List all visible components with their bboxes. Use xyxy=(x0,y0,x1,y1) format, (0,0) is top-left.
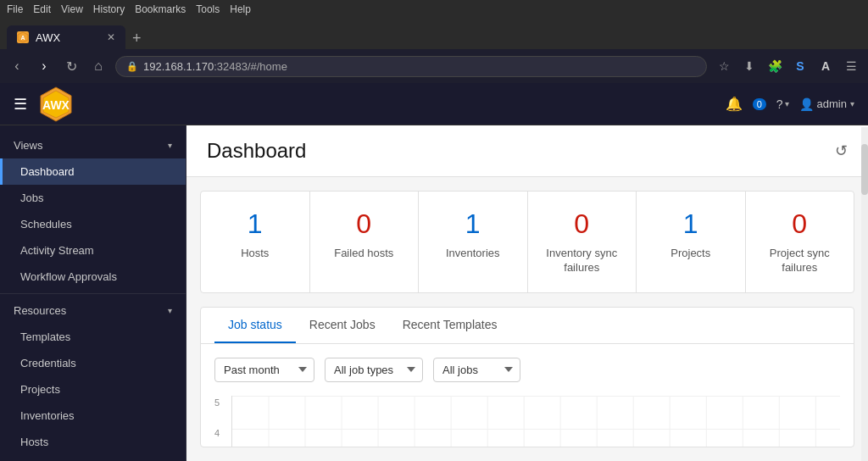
sidebar-toggle-button[interactable]: ☰ xyxy=(14,95,27,114)
history-icon[interactable]: ↺ xyxy=(835,142,848,160)
address-text: 192.168.1.170:32483/#/home xyxy=(143,60,287,73)
menu-tools[interactable]: Tools xyxy=(196,3,220,15)
svg-text:A: A xyxy=(20,35,25,41)
stat-value-projects: 1 xyxy=(683,208,698,240)
sidebar: Views ▾ Dashboard Jobs Schedules Activit… xyxy=(0,125,186,461)
tabs-bar: Job status Recent Jobs Recent Templates xyxy=(201,308,854,344)
stat-value-failed-hosts: 0 xyxy=(356,208,371,240)
tab-close-button[interactable]: ✕ xyxy=(107,31,115,43)
main-layout: Views ▾ Dashboard Jobs Schedules Activit… xyxy=(0,125,868,461)
user-menu-button[interactable]: 👤 admin ▾ xyxy=(799,97,854,111)
back-button[interactable]: ‹ xyxy=(7,58,27,74)
page-title: Dashboard xyxy=(207,139,306,163)
browser-window: File Edit View History Bookmarks Tools H… xyxy=(0,0,868,461)
sidebar-item-hosts[interactable]: Hosts xyxy=(0,429,186,455)
filters-row: Past monthPast weekPast 2 weeks All job … xyxy=(201,344,854,396)
security-icon: 🔒 xyxy=(126,61,138,72)
menu-bookmarks[interactable]: Bookmarks xyxy=(135,3,186,15)
sidebar-item-schedules[interactable]: Schedules xyxy=(0,211,186,237)
menu-history[interactable]: History xyxy=(93,3,125,15)
content-area: Dashboard ↺ 1 Hosts 0 Failed hosts 1 xyxy=(186,125,868,461)
stat-value-inventories: 1 xyxy=(465,208,481,240)
stat-card-inventories[interactable]: 1 Inventories xyxy=(419,192,528,292)
stat-label-projects: Projects xyxy=(670,247,710,261)
chart-y-label-4: 4 xyxy=(214,428,220,438)
bookmark-icon[interactable]: ☆ xyxy=(714,59,734,73)
job-status-filter[interactable]: All jobsSuccessfulFailed xyxy=(433,358,520,382)
extensions-icon[interactable]: 🧩 xyxy=(765,59,785,73)
toolbar-icons: ☆ ⬇ 🧩 S A ☰ xyxy=(714,59,861,73)
sidebar-section-resources: Resources ▾ Templates Credentials Projec… xyxy=(0,297,186,455)
stat-value-hosts: 1 xyxy=(248,208,263,240)
tab-favicon: A xyxy=(17,31,29,43)
stat-label-failed-hosts: Failed hosts xyxy=(334,247,393,261)
sync-icon[interactable]: A xyxy=(815,59,836,73)
notification-badge[interactable]: 0 xyxy=(753,98,766,110)
tab-recent-templates[interactable]: Recent Templates xyxy=(389,308,511,343)
tab-title: AWX xyxy=(36,31,60,44)
chart-y-label-5: 5 xyxy=(214,397,220,408)
sidebar-views-header[interactable]: Views ▾ xyxy=(0,132,186,158)
tab-job-status[interactable]: Job status xyxy=(214,308,296,343)
scroll-thumb[interactable] xyxy=(861,144,868,195)
sidebar-item-templates[interactable]: Templates xyxy=(0,324,186,350)
new-tab-button[interactable]: + xyxy=(127,28,147,49)
help-button[interactable]: ? ▾ xyxy=(776,97,789,111)
user-icon: 👤 xyxy=(799,97,814,111)
sidebar-divider xyxy=(0,293,186,294)
help-arrow: ▾ xyxy=(785,99,789,108)
user-arrow: ▾ xyxy=(850,99,854,108)
stat-card-project-sync-failures[interactable]: 0 Project sync failures xyxy=(746,192,854,292)
tab-recent-jobs[interactable]: Recent Jobs xyxy=(296,308,389,343)
stat-card-projects[interactable]: 1 Projects xyxy=(637,192,746,292)
sidebar-item-projects[interactable]: Projects xyxy=(0,376,186,403)
job-status-section: Job status Recent Jobs Recent Templates … xyxy=(200,307,854,447)
browser-toolbar: ‹ › ↻ ⌂ 🔒 192.168.1.170:32483/#/home ☆ ⬇… xyxy=(0,49,868,83)
stat-label-inventory-sync-failures: Inventory sync failures xyxy=(542,247,623,275)
address-bar[interactable]: 🔒 192.168.1.170:32483/#/home xyxy=(115,56,707,77)
stat-card-inventory-sync-failures[interactable]: 0 Inventory sync failures xyxy=(528,192,637,292)
help-icon: ? xyxy=(776,97,783,111)
stat-card-failed-hosts[interactable]: 0 Failed hosts xyxy=(310,192,420,292)
menu-view[interactable]: View xyxy=(61,3,83,15)
svg-text:AWX: AWX xyxy=(42,98,70,112)
resources-chevron-icon: ▾ xyxy=(168,306,172,315)
stat-label-hosts: Hosts xyxy=(241,247,269,261)
username-label: admin xyxy=(817,97,847,110)
stats-row: 1 Hosts 0 Failed hosts 1 Inventories 0 I… xyxy=(200,191,854,293)
content-header: Dashboard ↺ xyxy=(186,125,868,177)
job-type-filter[interactable]: All job typesPlaybook runWorkflow job xyxy=(325,358,423,382)
menu-edit[interactable]: Edit xyxy=(33,3,51,15)
menu-icon[interactable]: ☰ xyxy=(841,59,861,73)
profile-icon[interactable]: S xyxy=(790,59,810,73)
header-actions: 🔔 0 ? ▾ 👤 admin ▾ xyxy=(726,96,854,112)
home-button[interactable]: ⌂ xyxy=(88,58,108,74)
stat-value-inventory-sync-failures: 0 xyxy=(574,208,589,240)
sidebar-section-views: Views ▾ Dashboard Jobs Schedules Activit… xyxy=(0,132,186,290)
stat-card-hosts[interactable]: 1 Hosts xyxy=(201,192,310,292)
app-header: ☰ AWX 🔔 0 ? ▾ 👤 admin ▾ xyxy=(0,83,868,125)
sidebar-item-inventories[interactable]: Inventories xyxy=(0,403,186,429)
sidebar-resources-header[interactable]: Resources ▾ xyxy=(0,297,186,324)
refresh-button[interactable]: ↻ xyxy=(61,58,81,75)
scrollbar[interactable] xyxy=(861,127,868,461)
chart-svg xyxy=(232,396,840,447)
views-chevron-icon: ▾ xyxy=(168,141,172,150)
sidebar-item-dashboard[interactable]: Dashboard xyxy=(0,158,186,185)
menu-file[interactable]: File xyxy=(7,3,23,15)
forward-button[interactable]: › xyxy=(34,58,54,74)
browser-tab-awx[interactable]: A AWX ✕ xyxy=(7,25,125,49)
sidebar-item-credentials[interactable]: Credentials xyxy=(0,350,186,376)
stat-value-project-sync-failures: 0 xyxy=(792,208,807,240)
sidebar-item-activity-stream[interactable]: Activity Stream xyxy=(0,237,186,264)
browser-menu-bar: File Edit View History Bookmarks Tools H… xyxy=(0,0,868,19)
download-icon[interactable]: ⬇ xyxy=(739,59,760,73)
sidebar-item-jobs[interactable]: Jobs xyxy=(0,185,186,211)
stat-label-inventories: Inventories xyxy=(446,247,500,261)
period-filter[interactable]: Past monthPast weekPast 2 weeks xyxy=(214,358,314,382)
notifications-icon[interactable]: 🔔 xyxy=(726,96,743,112)
menu-help[interactable]: Help xyxy=(230,3,251,15)
app-logo: AWX xyxy=(37,86,75,123)
sidebar-item-workflow-approvals[interactable]: Workflow Approvals xyxy=(0,264,186,290)
chart-grid xyxy=(231,396,840,447)
